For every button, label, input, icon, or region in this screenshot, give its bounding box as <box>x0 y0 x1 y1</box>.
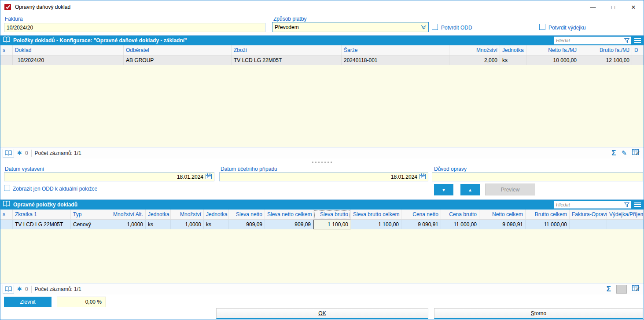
grid1-col-odberatel[interactable]: Odběratel <box>124 45 232 55</box>
grid1-cell-s[interactable] <box>0 55 13 65</box>
move-up-button[interactable]: ▲ <box>460 184 480 195</box>
grid2-col-sleva-netto[interactable]: Sleva netto <box>229 210 265 219</box>
grid2-cell-brutto-celkem[interactable]: 11 000,00 <box>526 220 570 229</box>
grid2-col-jednotka[interactable]: Jednotka <box>204 210 229 219</box>
grid2-cell-sleva-brutto-selected[interactable]: 1 100,00 <box>313 220 351 229</box>
grid2-search-input[interactable] <box>554 201 623 208</box>
grid1-cell-brutto-mj[interactable]: 12 100,00 <box>579 55 632 65</box>
grid1-col-sarze[interactable]: Šarže <box>342 45 449 55</box>
datum-ucetniho-field[interactable]: 18.01.2024 <box>219 172 428 181</box>
grid2-col-netto-celkem[interactable]: Netto celkem <box>479 210 526 219</box>
calendar-icon[interactable] <box>206 173 212 180</box>
detail-book-icon[interactable] <box>3 285 14 294</box>
minimize-button[interactable]: — <box>583 0 603 14</box>
grid2-col-cena-netto[interactable]: Cena netto <box>401 210 441 219</box>
storno-button[interactable]: Storno <box>434 308 643 319</box>
grid1-col-netto-mj[interactable]: Netto fa./MJ <box>526 45 579 55</box>
datum-vystaveni-field[interactable]: 18.01.2024 <box>4 172 214 181</box>
grid2-cell-sleva-netto-celkem[interactable]: 909,09 <box>265 220 313 229</box>
faktura-field[interactable]: 10/2024/20 <box>4 23 265 32</box>
sum-sigma-icon[interactable]: Σ <box>607 285 611 294</box>
grid1-col-zbozi[interactable]: Zboží <box>232 45 342 55</box>
edit-columns-icon[interactable] <box>632 285 640 293</box>
grid2-cell-mnozstvi-alt[interactable]: 1,0000 <box>108 220 146 229</box>
zobrazit-odd-checkbox[interactable] <box>4 185 10 191</box>
grid1-col-brutto-mj[interactable]: Brutto fa./MJ <box>579 45 632 55</box>
grid2-col-mnozstvi[interactable]: Množství <box>171 210 204 219</box>
maximize-button[interactable]: □ <box>603 0 623 14</box>
ok-button[interactable]: OK <box>216 308 428 319</box>
grid1-row[interactable]: 10/2024/20 AB GROUP TV LCD LG 22M05T 202… <box>0 55 644 65</box>
disabled-toggle-button[interactable] <box>616 285 627 294</box>
grid1-body[interactable]: 10/2024/20 AB GROUP TV LCD LG 22M05T 202… <box>0 55 644 147</box>
grid2-menu-icon[interactable] <box>631 200 644 210</box>
grid2-col-sleva-netto-celkem[interactable]: Sleva netto celkem <box>265 210 313 219</box>
grid2-cell-s[interactable] <box>0 220 13 229</box>
grid1-menu-icon[interactable] <box>631 36 644 45</box>
filter-funnel-icon[interactable] <box>623 202 631 207</box>
zpusob-platby-combo[interactable]: Převodem <box>272 22 429 32</box>
grid1-cell-d[interactable] <box>632 55 644 65</box>
detail-book-icon[interactable] <box>3 149 14 158</box>
grid2-col-brutto-celkem[interactable]: Brutto celkem <box>526 210 570 219</box>
grid2-col-cena-brutto[interactable]: Cena brutto <box>441 210 479 219</box>
grid2-row[interactable]: TV LCD LG 22M05T Cenový 1,0000 ks 1,0000… <box>0 220 644 229</box>
freeze-columns-icon[interactable]: ✱ <box>17 286 22 292</box>
splitter-handle[interactable] <box>0 158 644 166</box>
grid1-cell-doklad[interactable]: 10/2024/20 <box>13 55 124 65</box>
sum-sigma-icon[interactable]: Σ <box>611 149 616 158</box>
grid2-col-mnozstvi-alt[interactable]: Množství Alt. <box>108 210 146 219</box>
combo-dropdown-icon[interactable] <box>419 22 428 32</box>
grid2-col-s[interactable]: s <box>0 210 13 219</box>
grid1-cell-mnozstvi[interactable]: 2,000 <box>449 55 500 65</box>
grid2-col-jednotka-alt[interactable]: Jednotka <box>146 210 171 219</box>
grid1-cell-sarze[interactable]: 20240118-001 <box>342 55 449 65</box>
grid1-cell-zbozi[interactable]: TV LCD LG 22M05T <box>232 55 342 65</box>
grid2-frozen-count: 0 <box>25 286 28 292</box>
grid2-cell-zkratka1[interactable]: TV LCD LG 22M05T <box>13 220 71 229</box>
zobrazit-odd-label: Zobrazit jen ODD k aktuální položce <box>13 186 97 192</box>
freeze-columns-icon[interactable]: ✱ <box>17 150 22 156</box>
grid2-cell-typ[interactable]: Cenový <box>71 220 108 229</box>
grid1-cell-jednotka[interactable]: ks <box>500 55 526 65</box>
grid2-col-sleva-brutto-celkem[interactable]: Sleva brutto celkem <box>351 210 401 219</box>
zlevnit-button[interactable]: Zlevnit <box>4 297 52 307</box>
grid2-cell-jednotka-alt[interactable]: ks <box>146 220 171 229</box>
grid1-cell-odberatel[interactable]: AB GROUP <box>124 55 232 65</box>
close-button[interactable]: ✕ <box>623 0 644 14</box>
grid2-cell-sleva-netto[interactable]: 909,09 <box>229 220 265 229</box>
grid2-cell-jednotka[interactable]: ks <box>204 220 229 229</box>
arrow-up-icon: ▲ <box>468 188 472 192</box>
grid1-col-d[interactable]: D <box>632 45 644 55</box>
grid1-col-s[interactable]: s <box>0 45 13 55</box>
grid2-cell-faktura-opravn[interactable] <box>570 220 607 229</box>
grid1-col-jednotka[interactable]: Jednotka <box>500 45 526 55</box>
duvod-opravy-field[interactable] <box>432 172 643 181</box>
grid2-cell-netto-celkem[interactable]: 9 090,91 <box>479 220 526 229</box>
grid2-col-faktura-opravn[interactable]: Faktura-Opravr <box>570 210 607 219</box>
filter-funnel-icon[interactable] <box>623 38 631 43</box>
grid2-cell-vydejka-prijem[interactable] <box>607 220 644 229</box>
grid1-search-input[interactable] <box>554 37 623 44</box>
grid2-col-sleva-brutto[interactable]: Sleva brutto <box>313 210 351 219</box>
grid2-cell-cena-brutto[interactable]: 11 000,00 <box>441 220 479 229</box>
grid2-col-vydejka-prijem[interactable]: Výdejka/Příjem <box>607 210 644 219</box>
preview-button[interactable]: Preview <box>485 184 535 195</box>
grid2-body[interactable]: TV LCD LG 22M05T Cenový 1,0000 ks 1,0000… <box>0 220 644 283</box>
grid2-col-zkratka1[interactable]: Zkratka 1 <box>13 210 71 219</box>
potvrdit-odd-checkbox[interactable] <box>432 24 438 30</box>
grid2-cell-sleva-brutto-celkem[interactable]: 1 100,00 <box>351 220 401 229</box>
grid1-col-mnozstvi[interactable]: Množství <box>449 45 500 55</box>
edit-pencil-icon[interactable]: ✎ <box>621 149 627 157</box>
calendar-icon[interactable] <box>420 173 426 180</box>
grid1-cell-netto-mj[interactable]: 10 000,00 <box>526 55 579 65</box>
grid2-col-typ[interactable]: Typ <box>71 210 108 219</box>
grid1-record-count: Počet záznamů: 1/1 <box>35 150 81 156</box>
edit-columns-icon[interactable] <box>632 149 640 157</box>
grid1-col-doklad[interactable]: Doklad <box>13 45 124 55</box>
grid2-cell-mnozstvi[interactable]: 1,0000 <box>171 220 204 229</box>
grid2-cell-cena-netto[interactable]: 9 090,91 <box>401 220 441 229</box>
move-down-button[interactable]: ▼ <box>434 184 453 195</box>
discount-percent-field[interactable]: 0,00 % <box>57 297 106 307</box>
potvrdit-vydejku-checkbox[interactable] <box>539 24 545 30</box>
